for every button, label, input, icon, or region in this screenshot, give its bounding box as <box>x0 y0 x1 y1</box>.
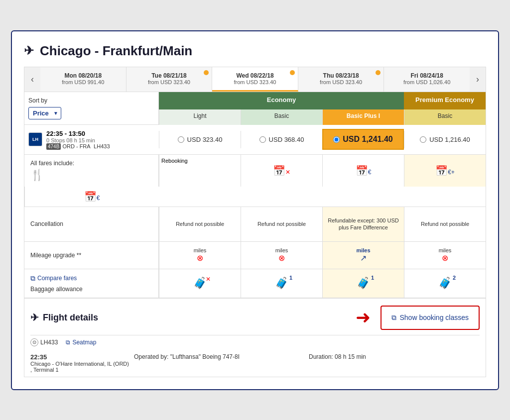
subheader-prem-basic: Basic <box>404 109 486 125</box>
cancellation-basic-plus: Refundable except: 300 USD plus Fare Dif… <box>322 207 404 241</box>
calendar-x-icon: 📅✕ <box>273 165 290 177</box>
date-tab-3[interactable]: Thu 08/23/18 from USD 323.40 <box>298 67 384 92</box>
departure-info: 22:35 Chicago - O'Hare International, IL… <box>30 353 130 373</box>
bag-count-basic-plus: 1 <box>371 275 374 281</box>
baggage-row: ⧉ Compare fares Baggage allowance 🧳 ✕ 🧳 … <box>24 269 486 298</box>
header-grid: Sort by Price Economy Premium Economy Li… <box>24 92 486 125</box>
flight-row: LH 22:35 - 13:50 0 Stops 08 h 15 min 474… <box>24 125 486 155</box>
radio-basic[interactable] <box>259 136 266 143</box>
booking-icon: ⧉ <box>391 314 396 322</box>
dining-icon: 🍴 <box>30 169 152 182</box>
baggage-basic-plus: 🧳 1 <box>322 269 404 298</box>
price-basic[interactable]: USD 368.40 <box>241 131 322 148</box>
cancellation-label-cell: Cancellation <box>24 207 159 241</box>
dot-2 <box>290 70 295 75</box>
red-arrow-icon: ➜ <box>356 307 371 328</box>
subheader-basic: Basic <box>241 109 322 125</box>
mileage-label-cell: Mileage upgrade ** <box>24 242 159 269</box>
date-tab-4[interactable]: Fri 08/24/18 from USD 1,026.40 <box>384 67 470 92</box>
bag-icon-basic-plus: 🧳 <box>357 277 370 289</box>
circle-icon: ⊙ <box>30 338 38 346</box>
radio-basic-plus[interactable] <box>333 136 340 143</box>
rebooking-prem-basic: 📅€ <box>24 187 159 207</box>
flight-sub-row: ⊙ LH433 ⧉ Seatmap <box>30 335 480 349</box>
operated-info: Operated by: "Lufthansa" Boeing 747-8I <box>134 353 305 373</box>
show-booking-classes-button[interactable]: ⧉ Show booking classes <box>381 306 480 330</box>
mileage-prem-basic: miles ⊗ <box>404 242 486 269</box>
cancellation-prem-basic: Refund not possible <box>404 207 486 241</box>
baggage-light: 🧳 ✕ <box>159 269 241 298</box>
sort-select[interactable]: Price <box>28 107 61 119</box>
radio-prem-basic[interactable] <box>420 136 426 143</box>
dot-3 <box>376 70 381 75</box>
baggage-label: Baggage allowance <box>30 286 152 293</box>
baggage-basic: 🧳 1 <box>241 269 322 298</box>
economy-header: Economy <box>159 92 404 110</box>
rebooking-label-cell: Rebooking <box>159 155 241 187</box>
radio-light[interactable] <box>178 136 184 143</box>
compare-icon: ⧉ <box>30 274 35 283</box>
flight-detail-info: 22:35 Chicago - O'Hare International, IL… <box>30 349 480 377</box>
cancellation-light: Refund not possible <box>159 207 241 241</box>
bag-icon-basic: 🧳 <box>275 277 288 289</box>
flight-number: ⊙ LH433 <box>30 338 58 346</box>
flight-details-block: 22:35 - 13:50 0 Stops 08 h 15 min 474B O… <box>46 130 110 149</box>
plane-icon: ✈ <box>24 44 34 58</box>
cancellation-row: Cancellation Refund not possible Refund … <box>24 207 486 242</box>
plane-icon-2: ✈ <box>30 312 39 323</box>
bag-count-prem: 2 <box>453 275 456 281</box>
flight-details-section: ✈ Flight details ➜ ⧉ Show booking classe… <box>24 298 486 377</box>
flight-details-title: ✈ Flight details <box>30 312 255 323</box>
calendar-euro-icon: 📅€ <box>356 165 372 177</box>
baggage-label-cell: ⧉ Compare fares Baggage allowance <box>24 269 159 298</box>
calendar-euro-2-icon: 📅€ <box>84 191 100 203</box>
next-date-button[interactable]: › <box>470 67 486 92</box>
date-tab-2[interactable]: Wed 08/22/18 from USD 323.40 <box>212 67 298 92</box>
mileage-row: Mileage upgrade ** miles ⊗ miles ⊗ miles… <box>24 242 486 269</box>
badge: 474B <box>46 143 61 150</box>
compare-fares-link[interactable]: ⧉ Compare fares <box>30 274 152 283</box>
bag-x-icon: ✕ <box>206 276 211 283</box>
airline-logo: LH <box>28 132 42 146</box>
premium-economy-header: Premium Economy <box>404 92 486 110</box>
dot-1 <box>204 70 209 75</box>
arrow-button-row: ➜ ⧉ Show booking classes <box>255 306 480 330</box>
bag-icon-prem: 🧳 <box>438 277 452 289</box>
main-content: Sort by Price Economy Premium Economy Li… <box>24 92 486 377</box>
calendar-euro-plus-icon: 📅€+ <box>435 165 455 177</box>
sort-select-wrap: Price <box>28 107 61 119</box>
sort-area: Sort by Price <box>24 92 159 125</box>
seatmap-link[interactable]: ⧉ Seatmap <box>66 339 96 346</box>
page-title: ✈ Chicago - Frankfurt/Main <box>24 43 486 59</box>
baggage-prem-basic: 🧳 2 <box>404 269 486 298</box>
bag-icon-light: 🧳 <box>193 277 207 289</box>
cancellation-basic: Refund not possible <box>241 207 322 241</box>
mileage-basic: miles ⊗ <box>241 242 322 269</box>
date-tab-0[interactable]: Mon 08/20/18 from USD 991.40 <box>40 67 127 92</box>
subheader-light: Light <box>159 109 241 125</box>
mileage-basic-plus: miles ↗ <box>322 242 404 269</box>
duration-info: Duration: 08 h 15 min <box>309 353 480 373</box>
date-tabs: Mon 08/20/18 from USD 991.40 Tue 08/21/1… <box>40 67 470 92</box>
rebooking-basic-plus: 📅€+ <box>404 155 486 187</box>
date-navigation: ‹ Mon 08/20/18 from USD 991.40 Tue 08/21… <box>24 67 486 92</box>
bag-count-basic: 1 <box>289 275 292 281</box>
rebooking-basic: 📅€ <box>322 155 404 187</box>
mileage-light: miles ⊗ <box>159 242 241 269</box>
all-fares-cell: All fares include: 🍴 <box>24 155 159 187</box>
date-tab-1[interactable]: Tue 08/21/18 from USD 323.40 <box>127 67 213 92</box>
prev-date-button[interactable]: ‹ <box>24 67 40 92</box>
subheader-basic-plus: Basic Plus I <box>322 109 404 125</box>
price-light[interactable]: USD 323.40 <box>159 131 241 148</box>
main-card: ✈ Chicago - Frankfurt/Main ‹ Mon 08/20/1… <box>11 30 499 390</box>
price-basic-plus[interactable]: USD 1,241.40 <box>322 129 404 150</box>
rebooking-row: All fares include: 🍴 Rebooking 📅✕ 📅€ 📅€+… <box>24 155 486 207</box>
flight-info: LH 22:35 - 13:50 0 Stops 08 h 15 min 474… <box>24 125 159 154</box>
seatmap-icon: ⧉ <box>66 339 70 346</box>
rebooking-light: 📅✕ <box>241 155 322 187</box>
flight-details-header: ✈ Flight details ➜ ⧉ Show booking classe… <box>30 306 480 330</box>
price-prem-basic[interactable]: USD 1,216.40 <box>404 131 486 148</box>
